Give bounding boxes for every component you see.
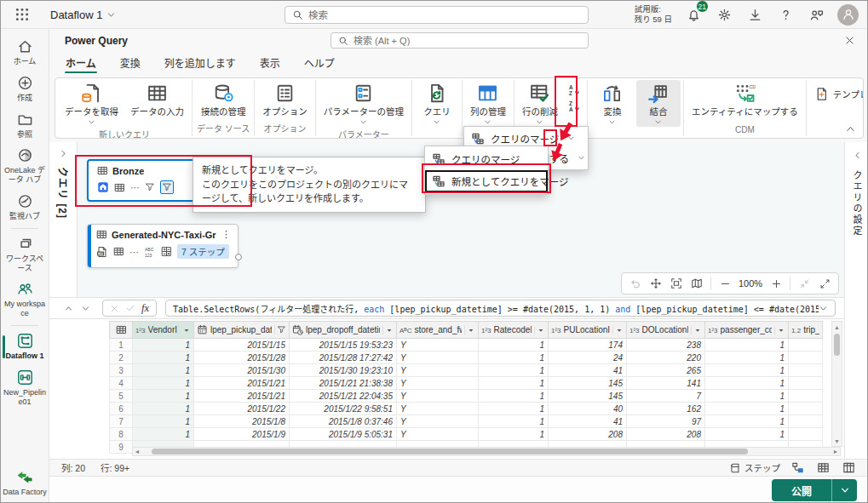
previous-step-button[interactable] xyxy=(61,300,75,316)
column-header-lpep_dropoff_datetime[interactable]: lpep_dropoff_datetime xyxy=(290,321,397,339)
ribbon-button-2-0[interactable]: オプション xyxy=(257,80,313,118)
sidebar-item-people[interactable]: My workspace xyxy=(1,277,49,323)
table-icon[interactable] xyxy=(113,246,124,257)
ribbon-button-7-0[interactable]: 変換 xyxy=(590,80,635,127)
queries-rail[interactable]: クエリ [2] xyxy=(49,142,78,297)
formula-field[interactable]: Table.SelectRows(フィルター処理された行, each [lpep… xyxy=(165,300,836,317)
minimap-button[interactable] xyxy=(687,274,707,293)
column-dropdown-button[interactable] xyxy=(534,326,545,334)
notifications-button[interactable]: 21 xyxy=(684,5,703,24)
ribbon-button-3-0[interactable]: パラメーターの管理 xyxy=(319,80,409,127)
ribbon-button-5-0[interactable]: 列の管理 xyxy=(465,80,511,127)
lakehouse-icon[interactable] xyxy=(97,181,109,193)
vertical-scrollbar[interactable]: ▲ ▼ xyxy=(831,321,842,447)
sidebar-item-workspaces[interactable]: ワークスペース xyxy=(1,231,49,277)
global-search-input[interactable] xyxy=(308,10,581,20)
column-dropdown-button[interactable] xyxy=(612,326,624,334)
schema-view-button[interactable] xyxy=(840,460,857,475)
ribbon-button-1-0[interactable]: 接続の管理 xyxy=(196,80,251,118)
pan-button[interactable] xyxy=(646,274,666,293)
sidebar-footer[interactable]: Data Factory xyxy=(1,463,49,503)
tab-4[interactable]: ヘルプ xyxy=(303,52,336,76)
column-header-DOLocationID[interactable]: 1²3DOLocationID xyxy=(627,321,705,339)
column-header-lpep_pickup_datetime[interactable]: lpep_pickup_datetime xyxy=(194,321,290,339)
ribbon-button-0-1[interactable]: データの入力 xyxy=(125,80,189,118)
scrollbar-thumb[interactable] xyxy=(152,449,748,454)
steps-badge[interactable]: 7 ステップ xyxy=(177,244,229,259)
close-button[interactable] xyxy=(840,31,859,50)
scroll-left-arrow[interactable]: ◄ xyxy=(133,449,141,454)
cancel-formula-icon[interactable] xyxy=(110,304,119,313)
column-header-store_and_fwd_flag[interactable]: AᴮCstore_and_fwd_flag xyxy=(397,321,479,339)
column-header-RatecodeID[interactable]: 1²3RatecodeID xyxy=(479,321,549,339)
filter-applied-icon[interactable] xyxy=(274,325,286,334)
column-dropdown-button[interactable] xyxy=(180,326,191,334)
sidebar-item-monitor[interactable]: 監視ハブ xyxy=(1,189,49,226)
diagram-view-button[interactable] xyxy=(789,460,806,475)
fit-to-screen-button[interactable] xyxy=(666,274,687,293)
pq-search-input[interactable] xyxy=(354,36,581,46)
tab-0[interactable]: ホーム xyxy=(65,52,97,76)
expand-view-button[interactable] xyxy=(814,274,835,293)
sidebar-item-folder[interactable]: 参照 xyxy=(1,107,49,144)
sidebar-item-pipeline[interactable]: New_Pipeline01 xyxy=(1,365,49,411)
commit-formula-icon[interactable] xyxy=(125,303,135,313)
tab-1[interactable]: 変換 xyxy=(119,52,141,76)
data-view-button[interactable] xyxy=(814,460,831,475)
menu-item-0[interactable]: クエリのマージ xyxy=(425,148,548,170)
sort-ascending-button[interactable]: AZ xyxy=(568,83,581,96)
help-button[interactable] xyxy=(776,5,795,24)
publish-button[interactable]: 公開 xyxy=(772,479,831,501)
collapse-view-button[interactable] xyxy=(794,274,814,293)
downloads-button[interactable] xyxy=(745,5,764,24)
steps-button[interactable]: ステップ xyxy=(729,461,780,474)
filter-step-selected-icon[interactable] xyxy=(160,180,174,194)
query-settings-rail[interactable]: クエリの設定 xyxy=(844,142,868,459)
column-dropdown-button[interactable] xyxy=(382,326,394,334)
menu-item-1[interactable]: 新規としてクエリをマージ xyxy=(425,170,548,192)
app-launcher-icon[interactable] xyxy=(9,4,35,25)
column-header-VendorID[interactable]: 1²3VendorID xyxy=(133,321,194,339)
tab-3[interactable]: 表示 xyxy=(259,52,281,76)
ribbon-button-9-0[interactable]: テンプレートのエクスポート xyxy=(809,80,864,102)
scroll-right-arrow[interactable]: ► xyxy=(831,449,840,454)
csv-icon[interactable]: CSV xyxy=(96,246,108,258)
calculation-icon[interactable] xyxy=(161,246,172,257)
publish-dropdown-button[interactable] xyxy=(831,479,857,501)
ribbon-button-8-0[interactable]: CDMエンティティにマップする xyxy=(687,80,803,118)
abc123-icon[interactable]: ABC123 xyxy=(144,246,156,258)
column-dropdown-button[interactable] xyxy=(691,326,702,334)
sidebar-item-plus-circle[interactable]: 作成 xyxy=(1,71,49,107)
more-options-icon[interactable] xyxy=(221,229,232,240)
grid-corner-cell[interactable] xyxy=(109,321,133,339)
horizontal-scrollbar[interactable]: ◄ ► xyxy=(132,447,841,456)
column-header-PULocationID[interactable]: 1²3PULocationID xyxy=(549,321,627,339)
ribbon-button-7-1[interactable]: 結合 xyxy=(636,80,681,127)
column-dropdown-button[interactable] xyxy=(774,326,785,334)
undo-layout-button[interactable] xyxy=(625,274,646,293)
avatar[interactable] xyxy=(837,4,859,26)
zoom-out-button[interactable] xyxy=(715,274,735,293)
formula-expand-icon[interactable] xyxy=(819,304,828,313)
sort-descending-button[interactable]: ZA xyxy=(568,100,581,112)
global-search[interactable] xyxy=(285,6,589,24)
settings-button[interactable] xyxy=(715,5,733,24)
next-step-button[interactable] xyxy=(78,300,92,316)
filter-step-icon[interactable] xyxy=(145,182,155,192)
query-card-generated[interactable]: Generated-NYC-Taxi-Green-... CSV ⋯ ABC12… xyxy=(87,224,239,268)
table-icon[interactable] xyxy=(114,182,125,193)
sidebar-item-home[interactable]: ホーム xyxy=(1,34,49,71)
column-header-trip_dis[interactable]: 1.2trip_dis xyxy=(789,321,823,339)
sidebar-item-dataflow[interactable]: Dataflow 1 xyxy=(1,329,49,365)
ribbon-collapse-button[interactable] xyxy=(845,123,856,134)
zoom-in-button[interactable] xyxy=(766,274,786,293)
sidebar-item-onelake[interactable]: OneLake データ ハブ xyxy=(1,143,49,189)
column-header-passenger_count[interactable]: 1²3passenger_count xyxy=(705,321,789,339)
scroll-up-arrow[interactable]: ▲ xyxy=(834,322,840,332)
ribbon-button-0-0[interactable]: データを取得 xyxy=(60,80,124,127)
scroll-down-arrow[interactable]: ▼ xyxy=(834,436,840,446)
tab-2[interactable]: 列を追加します xyxy=(164,52,237,76)
app-title[interactable]: Dataflow 1 xyxy=(50,9,116,21)
ribbon-button-4-0[interactable]: クエリ xyxy=(415,80,459,127)
column-dropdown-button[interactable] xyxy=(464,326,475,334)
